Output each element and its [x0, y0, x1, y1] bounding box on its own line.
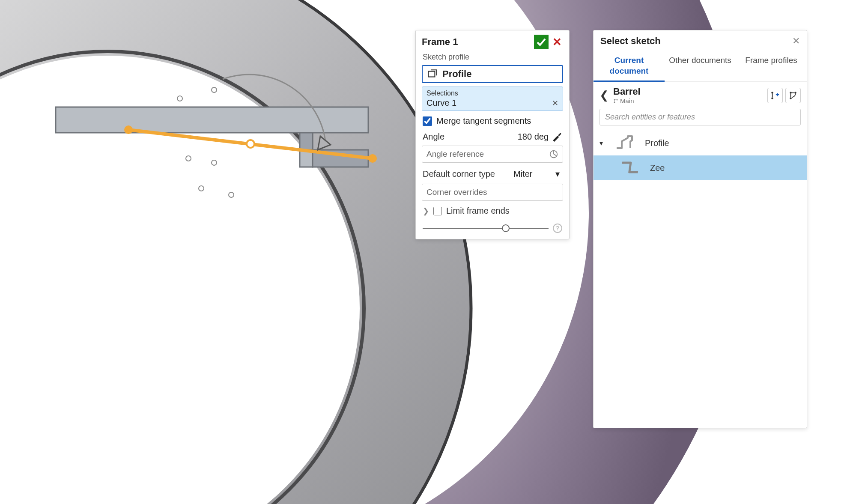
svg-point-21	[771, 92, 773, 94]
corner-overrides-field[interactable]: Corner overrides	[422, 184, 563, 201]
remove-selection-button[interactable]: ✕	[552, 98, 558, 108]
merge-tangent-label: Merge tangent segments	[436, 116, 531, 126]
select-sketch-title: Select sketch	[600, 36, 661, 47]
selection-item: Curve 1	[427, 98, 456, 108]
branch-commit-icon	[788, 91, 798, 100]
close-button[interactable]: ✕	[792, 36, 800, 47]
opacity-slider[interactable]	[423, 224, 549, 232]
svg-point-8	[368, 154, 377, 163]
cancel-button[interactable]: ✕	[551, 36, 563, 48]
hierarchy-plus-icon	[770, 91, 780, 100]
svg-point-23	[790, 92, 792, 94]
svg-point-24	[790, 97, 792, 99]
svg-point-19	[614, 101, 615, 103]
branch-button[interactable]	[785, 88, 801, 103]
frame-dialog: Frame 1 ✕ Sketch profile Profile Selecti…	[415, 30, 570, 239]
svg-point-13	[199, 186, 204, 191]
selections-label: Selections	[427, 89, 558, 97]
tree-item-label: Profile	[645, 138, 669, 148]
limit-frame-ends-checkbox[interactable]	[433, 207, 442, 215]
back-button[interactable]: ❮	[599, 89, 609, 102]
svg-point-7	[247, 140, 254, 148]
corner-type-value: Miter	[513, 169, 532, 179]
corner-overrides-placeholder: Corner overrides	[427, 188, 487, 197]
check-icon	[536, 36, 547, 48]
profile-thumb-icon	[612, 134, 640, 152]
profile-value: Profile	[442, 69, 471, 80]
profile-icon	[427, 69, 438, 80]
limit-frame-ends-label: Limit frame ends	[446, 206, 510, 216]
tab-other-documents[interactable]: Other documents	[665, 52, 736, 81]
svg-point-20	[617, 99, 618, 100]
search-placeholder: Search entities or features	[605, 113, 695, 121]
tree-item-label: Zee	[650, 163, 665, 173]
svg-point-12	[212, 160, 217, 165]
zee-thumb-icon	[617, 159, 645, 177]
insert-config-button[interactable]	[767, 88, 783, 103]
angle-reference-icon	[549, 149, 558, 159]
chevron-down-icon: ▾	[555, 169, 560, 179]
svg-point-14	[229, 192, 234, 197]
tree-item-zee[interactable]: Zee	[594, 155, 807, 180]
sketch-profile-label: Sketch profile	[422, 53, 563, 62]
angle-value[interactable]: 180 deg	[518, 132, 551, 142]
angle-reference-field[interactable]: Angle reference	[422, 146, 563, 163]
document-branch: Main	[613, 97, 641, 104]
profile-field[interactable]: Profile	[422, 65, 563, 83]
svg-point-18	[614, 99, 615, 100]
svg-point-11	[186, 156, 191, 161]
sketch-tabs: Current document Other documents Frame p…	[594, 52, 807, 82]
accept-button[interactable]	[534, 35, 549, 49]
svg-rect-16	[428, 72, 435, 77]
sketch-tree: ▾ Profile Zee	[594, 125, 807, 428]
search-input[interactable]: Search entities or features	[599, 109, 801, 125]
svg-point-6	[124, 125, 133, 134]
tab-current-document[interactable]: Current document	[594, 52, 665, 82]
expander-icon[interactable]: ▾	[599, 139, 607, 147]
select-sketch-panel: Select sketch ✕ Current document Other d…	[593, 30, 807, 428]
frame-title: Frame 1	[422, 36, 458, 48]
document-name: Barrel	[613, 86, 641, 97]
angle-label: Angle	[423, 132, 518, 142]
help-button[interactable]: ?	[553, 224, 562, 233]
svg-point-25	[794, 92, 796, 94]
eyedropper-icon[interactable]	[551, 131, 562, 142]
merge-tangent-row[interactable]: Merge tangent segments	[422, 114, 563, 128]
angle-reference-placeholder: Angle reference	[427, 149, 484, 159]
tree-item-profile[interactable]: ▾ Profile	[594, 131, 807, 155]
selections-box[interactable]: Selections Curve 1 ✕	[422, 86, 563, 111]
svg-point-22	[771, 97, 773, 99]
corner-type-label: Default corner type	[423, 169, 507, 179]
svg-point-9	[177, 96, 182, 101]
tab-frame-profiles[interactable]: Frame profiles	[736, 52, 807, 81]
svg-point-10	[212, 87, 217, 92]
limit-expander[interactable]: ❯	[423, 206, 429, 216]
branch-icon	[613, 98, 618, 104]
merge-tangent-checkbox[interactable]	[423, 116, 432, 126]
corner-type-dropdown[interactable]: Miter ▾	[511, 168, 562, 180]
svg-point-0	[0, 0, 415, 504]
